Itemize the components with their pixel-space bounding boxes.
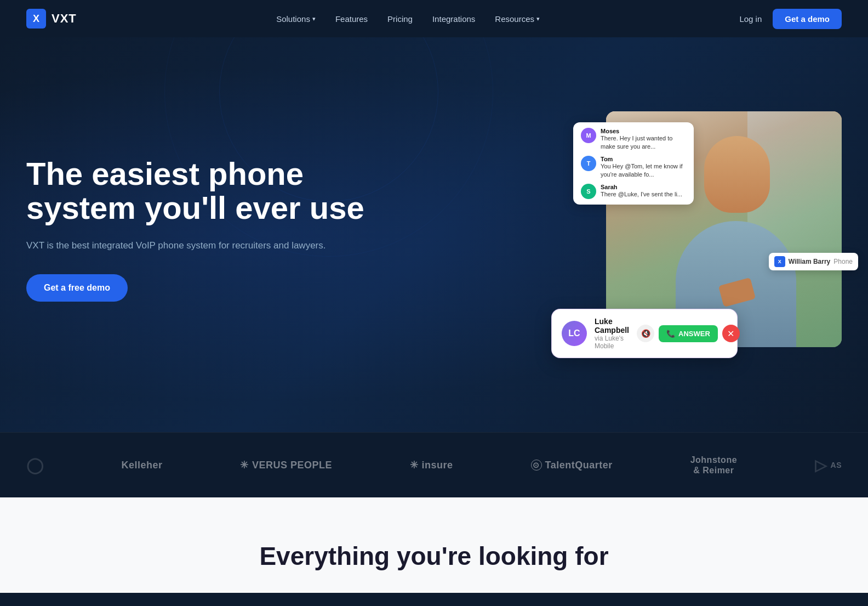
logo-johnstone: Johnstone & Reimer xyxy=(690,455,737,475)
nav-actions: Log in Get a demo xyxy=(739,9,842,29)
phone-icon: 📞 xyxy=(666,330,675,338)
nav-links: Solutions ▾ Features Pricing Integration… xyxy=(276,14,540,24)
mute-button[interactable]: 🔇 xyxy=(637,325,654,342)
nav-integrations[interactable]: Integrations xyxy=(432,14,475,24)
logo-partial-left: ◯ xyxy=(26,456,44,474)
logo-icon: X xyxy=(26,9,46,29)
reimer-text: & Reimer xyxy=(693,465,734,475)
bottom-title: Everything you're looking for xyxy=(26,541,842,571)
johnstone-text: Johnstone xyxy=(690,455,737,465)
insure-text: insure xyxy=(422,460,453,471)
chat-overlay: M Moses There. Hey I just wanted to make… xyxy=(573,122,694,205)
avatar-sarah: S xyxy=(581,184,596,199)
caller-info: Luke Campbell via Luke's Mobile xyxy=(595,317,629,350)
hero-subtitle: VXT is the best integrated VoIP phone sy… xyxy=(26,239,366,253)
vxt-status-badge: X William Barry Phone xyxy=(769,253,858,270)
vxt-badge-status: Phone xyxy=(833,258,853,265)
chat-text-sarah: There @Luke, I've sent the li... xyxy=(601,190,682,199)
chat-name-sarah: Sarah xyxy=(601,184,682,190)
talent-icon: ⊙ xyxy=(531,460,542,471)
navbar: X VXT Solutions ▾ Features Pricing Integ… xyxy=(0,0,868,37)
partial-logo-icon: ◯ xyxy=(26,456,44,474)
chat-item-tom: T Tom You Hey @Tom, let me know if you'r… xyxy=(581,156,686,179)
nav-pricing[interactable]: Pricing xyxy=(387,14,413,24)
hero-visual: M Moses There. Hey I just wanted to make… xyxy=(366,111,842,347)
chat-name-moses: Moses xyxy=(601,128,686,134)
solutions-chevron-icon: ▾ xyxy=(312,15,316,22)
kelleher-text: Kelleher xyxy=(121,460,162,471)
logo-talent-quarter: ⊙ TalentQuarter xyxy=(531,460,613,471)
vxt-badge-name: William Barry xyxy=(789,258,831,265)
caller-name: Luke Campbell xyxy=(595,317,629,335)
partial-text-right: AS xyxy=(831,461,842,469)
avatar-moses: M xyxy=(581,128,596,143)
talent-text: TalentQuarter xyxy=(545,460,613,471)
verus-text: VERUS PEOPLE xyxy=(252,460,332,471)
logo-kelleher: Kelleher xyxy=(121,460,162,471)
verus-icon: ✳ xyxy=(240,459,249,471)
bottom-section: Everything you're looking for xyxy=(0,497,868,593)
chat-item-moses: M Moses There. Hey I just wanted to make… xyxy=(581,128,686,151)
partial-logo-right-icon: ▷ xyxy=(815,456,827,474)
chat-item-sarah: S Sarah There @Luke, I've sent the li... xyxy=(581,184,686,199)
answer-button[interactable]: 📞 ANSWER xyxy=(659,325,718,342)
hero-section: The easiest phone system you'll ever use… xyxy=(0,37,868,432)
resources-chevron-icon: ▾ xyxy=(536,15,540,22)
avatar-tom: T xyxy=(581,156,596,171)
logos-strip: ◯ Kelleher ✳ VERUS PEOPLE ✳ insure ⊙ Tal… xyxy=(0,432,868,497)
hero-title: The easiest phone system you'll ever use xyxy=(26,157,366,225)
vxt-badge-icon: X xyxy=(774,256,785,267)
call-notification: LC Luke Campbell via Luke's Mobile 🔇 📞 A… xyxy=(551,309,738,358)
caller-via: via Luke's Mobile xyxy=(595,335,629,350)
hero-content: The easiest phone system you'll ever use… xyxy=(26,157,366,302)
chat-text-moses: There. Hey I just wanted to make sure yo… xyxy=(601,134,686,151)
logo-name: VXT xyxy=(52,12,77,26)
login-link[interactable]: Log in xyxy=(739,14,762,24)
logo-insure: ✳ insure xyxy=(410,459,453,471)
logo-partial-right: ▷ AS xyxy=(815,456,842,474)
nav-features[interactable]: Features xyxy=(335,14,368,24)
nav-logo[interactable]: X VXT xyxy=(26,9,77,29)
get-demo-button[interactable]: Get a demo xyxy=(773,9,842,29)
hero-image-container: M Moses There. Hey I just wanted to make… xyxy=(606,111,842,347)
caller-avatar: LC xyxy=(562,321,587,346)
nav-solutions[interactable]: Solutions ▾ xyxy=(276,14,316,24)
insure-icon: ✳ xyxy=(410,459,419,471)
hero-cta-button[interactable]: Get a free demo xyxy=(26,274,128,302)
decline-button[interactable]: ✕ xyxy=(722,325,740,342)
chat-name-tom: Tom xyxy=(601,156,686,162)
nav-resources[interactable]: Resources ▾ xyxy=(495,14,540,24)
call-actions: 🔇 📞 ANSWER ✕ xyxy=(637,325,740,342)
chat-text-tom: You Hey @Tom, let me know if you're avai… xyxy=(601,162,686,179)
logo-verus: ✳ VERUS PEOPLE xyxy=(240,459,332,471)
